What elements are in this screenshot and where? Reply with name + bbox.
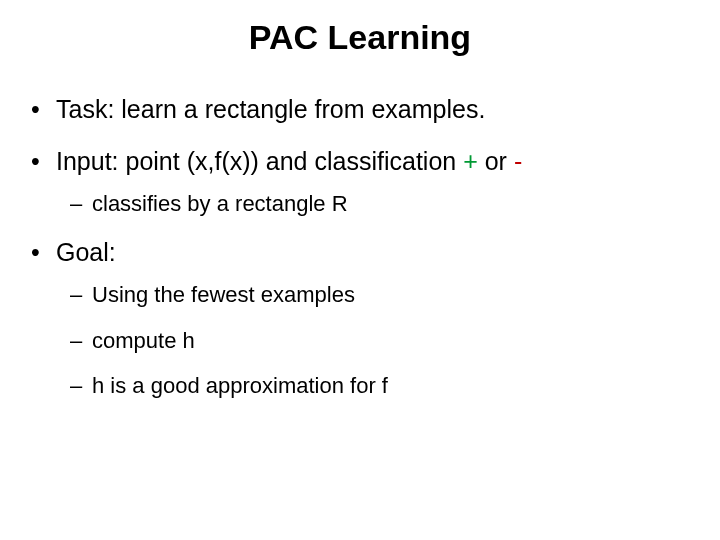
task-label: Task: (56, 95, 114, 123)
sub-classifies: classifies by a rectangle R (70, 189, 692, 219)
sub-approx: h is a good approximation for f (70, 371, 692, 401)
sub-fewest: Using the fewest examples (70, 280, 692, 310)
task-text: learn a rectangle from examples. (114, 95, 485, 123)
bullet-list: Task: learn a rectangle from examples. I… (28, 93, 692, 401)
input-label: Input: (56, 147, 119, 175)
plus-symbol: + (463, 147, 478, 175)
input-mid: or (478, 147, 514, 175)
sub-compute: compute h (70, 326, 692, 356)
bullet-goal: Goal: Using the fewest examples compute … (28, 236, 692, 401)
bullet-task: Task: learn a rectangle from examples. (28, 93, 692, 127)
goal-sublist: Using the fewest examples compute h h is… (70, 280, 692, 401)
minus-symbol: - (514, 147, 522, 175)
goal-label: Goal: (56, 238, 116, 266)
slide-title: PAC Learning (28, 18, 692, 57)
bullet-input: Input: point (x,f(x)) and classification… (28, 145, 692, 218)
slide: PAC Learning Task: learn a rectangle fro… (0, 0, 720, 437)
input-sublist: classifies by a rectangle R (70, 189, 692, 219)
input-text: point (x,f(x)) and classification (119, 147, 464, 175)
